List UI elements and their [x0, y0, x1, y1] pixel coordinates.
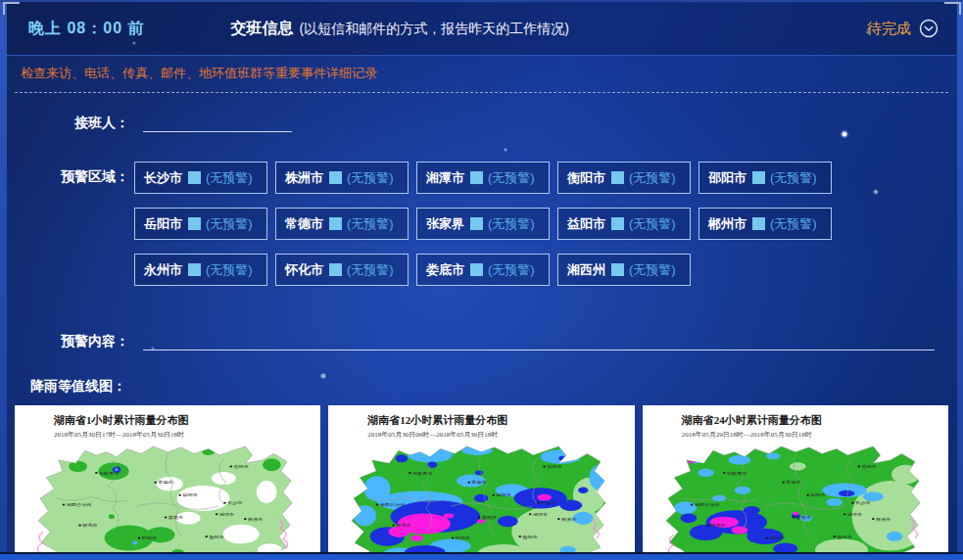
city-warning-status: (无预警) [629, 261, 676, 279]
svg-text:湘潭市: 湘潭市 [219, 511, 235, 517]
city-warning-status: (无预警) [629, 169, 676, 187]
warning-city-option[interactable]: 衡阳市(无预警) [557, 162, 691, 194]
svg-text:岳阳市: 岳阳市 [547, 464, 563, 470]
city-checkbox[interactable] [329, 171, 342, 184]
city-checkbox[interactable] [188, 263, 201, 276]
city-label: 衡阳市 [567, 169, 605, 187]
svg-text:张家界市: 张家界市 [412, 470, 433, 476]
successor-input[interactable] [143, 113, 292, 132]
warning-city-option[interactable]: 湘潭市(无预警) [416, 162, 550, 194]
city-warning-status: (无预警) [347, 169, 394, 187]
city-checkbox[interactable] [329, 263, 342, 276]
svg-text:湘潭市: 湘潭市 [846, 511, 862, 517]
warning-city-option[interactable]: 益阳市(无预警) [557, 208, 691, 240]
svg-text:常德市: 常德市 [786, 480, 801, 486]
warning-city-option[interactable]: 湘西州(无预警) [557, 254, 691, 286]
map-title: 湖南省1小时累计雨量分布图 [15, 413, 320, 428]
city-label: 湘潭市 [426, 169, 464, 187]
svg-text:益阳市: 益阳市 [497, 492, 512, 498]
city-warning-status: (无预警) [488, 261, 535, 279]
shift-handover-panel: 晚上 08：00 前 交班信息 (以短信和邮件的方式，报告昨天的工作情况) 待完… [7, 2, 956, 560]
rain-map-image-12h: 岳阳市张家界市常德市益阳市湘西自治州长沙市湘潭市株洲市怀化市娄底市邵阳市衡阳市永… [328, 443, 634, 560]
chevron-down-icon[interactable] [919, 19, 939, 38]
svg-text:岳阳市: 岳阳市 [232, 464, 249, 470]
city-label: 岳阳市 [144, 215, 182, 233]
rain-map-image-1h: 岳阳市张家界市常德市益阳市湘西自治州长沙市湘潭市株洲市怀化市娄底市邵阳市衡阳市永… [15, 443, 320, 560]
city-warning-status: (无预警) [770, 215, 817, 233]
svg-text:娄底市: 娄底市 [482, 515, 498, 520]
svg-text:邵阳市: 邵阳市 [769, 536, 785, 541]
status-toggle[interactable]: 待完成 [867, 19, 939, 38]
warning-city-option[interactable]: 常德市(无预警) [275, 208, 409, 240]
map-subtitle: 2018年05月30日17时—2018年05月30日18时 [15, 430, 320, 440]
warning-content-row: 预警内容： [7, 331, 956, 350]
svg-text:株洲市: 株洲市 [248, 516, 264, 521]
rain-map-label-row: 降雨等值线图： [7, 378, 956, 396]
rain-map-12h: 湖南省12小时累计雨量分布图 2018年05月30日06时—2018年05月30… [328, 405, 634, 560]
successor-label: 接班人： [7, 115, 129, 132]
city-checkbox[interactable] [611, 217, 624, 230]
warning-city-option[interactable]: 长沙市(无预警) [134, 162, 267, 194]
map-title: 湖南省24小时累计雨量分布图 [643, 413, 948, 428]
rain-map-24h: 湖南省24小时累计雨量分布图 2018年05月29日18时—2018年05月30… [643, 405, 948, 560]
city-checkbox[interactable] [470, 171, 483, 184]
city-warning-status: (无预警) [206, 169, 253, 187]
city-checkbox[interactable] [470, 263, 483, 276]
warning-city-option[interactable]: 张家界(无预警) [416, 208, 550, 240]
warning-city-option[interactable]: 郴州市(无预警) [698, 208, 832, 240]
svg-text:常德市: 常德市 [472, 480, 488, 486]
city-label: 常德市 [285, 215, 323, 233]
svg-text:长沙市: 长沙市 [227, 500, 243, 506]
corner-bracket-top-right [944, 2, 961, 15]
city-checkbox[interactable] [188, 217, 201, 230]
page-title: 交班信息 [230, 19, 293, 39]
warning-area-row: 预警区域： 长沙市(无预警)株洲市(无预警)湘潭市(无预警)衡阳市(无预警)邵阳… [7, 162, 956, 286]
city-warning-status: (无预警) [347, 261, 394, 279]
warning-city-option[interactable]: 岳阳市(无预警) [134, 208, 267, 240]
warning-city-option[interactable]: 株洲市(无预警) [275, 162, 409, 194]
city-checkbox[interactable] [188, 171, 201, 184]
warning-area-label: 预警区域： [7, 162, 129, 186]
city-label: 益阳市 [567, 215, 605, 233]
panel-header: 晚上 08：00 前 交班信息 (以短信和邮件的方式，报告昨天的工作情况) 待完… [7, 2, 956, 56]
svg-text:株洲市: 株洲市 [876, 516, 891, 521]
warning-city-option[interactable]: 邵阳市(无预警) [698, 162, 832, 194]
warning-content-input[interactable] [143, 331, 935, 350]
city-warning-status: (无预警) [347, 215, 394, 233]
city-checkbox[interactable] [611, 171, 624, 184]
city-label: 湘西州 [567, 261, 605, 279]
header-title-group: 交班信息 (以短信和邮件的方式，报告昨天的工作情况) [230, 19, 568, 39]
rain-map-label: 降雨等值线图： [30, 378, 126, 396]
city-label: 怀化市 [285, 261, 323, 279]
city-checkbox[interactable] [329, 217, 342, 230]
city-label: 株洲市 [285, 169, 323, 187]
bottom-scroll-bar[interactable] [0, 552, 963, 560]
svg-text:娄底市: 娄底市 [169, 515, 184, 520]
status-badge: 待完成 [867, 20, 911, 38]
svg-text:岳阳市: 岳阳市 [860, 464, 877, 470]
city-checkbox[interactable] [611, 263, 624, 276]
city-checkbox[interactable] [752, 217, 765, 230]
svg-text:长沙市: 长沙市 [541, 500, 556, 506]
city-checkbox[interactable] [752, 171, 765, 184]
city-checkbox[interactable] [470, 217, 483, 230]
svg-text:长沙市: 长沙市 [855, 500, 871, 506]
svg-text:衡阳市: 衡阳市 [837, 534, 852, 539]
warning-city-option[interactable]: 永州市(无预警) [134, 254, 267, 286]
map-subtitle: 2018年05月29日18时—2018年05月30日18时 [643, 430, 948, 440]
warning-city-option[interactable]: 娄底市(无预警) [416, 254, 550, 286]
city-warning-status: (无预警) [629, 215, 676, 233]
svg-text:张家界市: 张家界市 [99, 470, 120, 476]
successor-row: 接班人： [7, 113, 956, 132]
svg-text:邵阳市: 邵阳市 [456, 536, 471, 541]
svg-text:邵阳市: 邵阳市 [142, 536, 158, 541]
warning-city-option[interactable]: 怀化市(无预警) [275, 254, 409, 286]
warning-content-label: 预警内容： [7, 333, 129, 350]
city-label: 张家界 [426, 215, 464, 233]
svg-text:怀化市: 怀化市 [81, 523, 98, 529]
svg-text:衡阳市: 衡阳市 [209, 534, 224, 539]
city-warning-status: (无预警) [206, 261, 253, 279]
svg-text:张家界市: 张家界市 [727, 470, 747, 476]
rain-map-image-24h: 岳阳市张家界市常德市益阳市湘西自治州长沙市湘潭市株洲市怀化市娄底市邵阳市衡阳市永… [643, 443, 948, 560]
svg-text:株洲市: 株洲市 [561, 516, 577, 521]
